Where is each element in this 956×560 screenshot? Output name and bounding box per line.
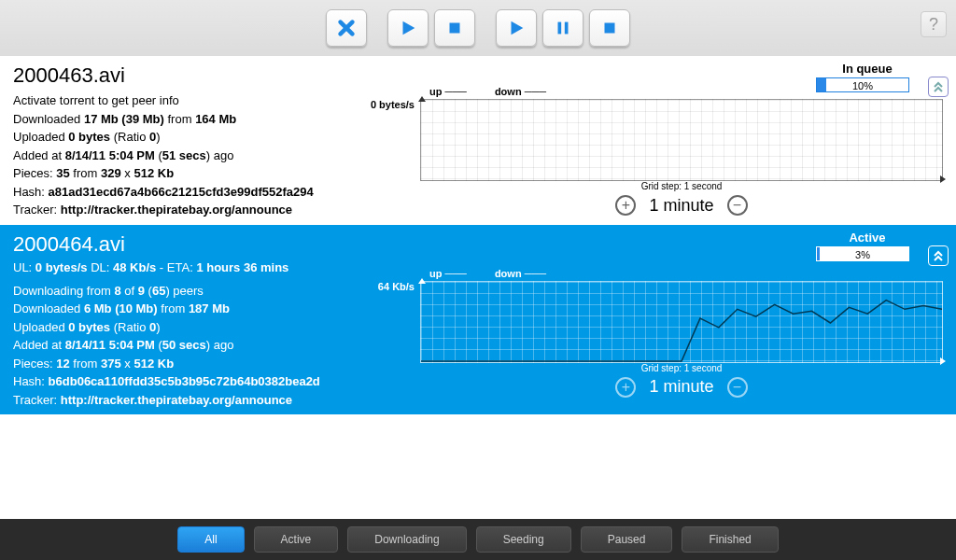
torrent-item[interactable]: 2000463.avi In queue 10% Activate torren… [0, 56, 956, 225]
graph-y-rate: 0 bytes/s [358, 99, 415, 110]
torrent-list: 2000463.avi In queue 10% Activate torren… [0, 56, 956, 519]
play-icon [506, 18, 527, 38]
svg-rect-0 [450, 23, 460, 34]
graph-y-rate: 64 Kb/s [358, 281, 415, 292]
filter-all[interactable]: All [177, 526, 244, 553]
zoom-in-button[interactable]: + [615, 195, 636, 216]
graph-grid-step: Grid step: 1 second [420, 363, 943, 373]
zoom-out-button[interactable]: − [727, 377, 748, 398]
pause-all-button[interactable] [542, 9, 583, 47]
stop-button[interactable] [434, 9, 475, 47]
svg-rect-3 [605, 23, 615, 34]
progress-bar: 10% [816, 77, 909, 92]
stop-all-button[interactable] [589, 9, 630, 47]
arrow-right-icon [940, 175, 946, 183]
graph-legend: up ─── down ─── [429, 268, 546, 279]
torrent-item[interactable]: 2000464.avi UL: 0 bytes/s DL: 48 Kb/s - … [0, 225, 956, 415]
status-block: Active 3% [816, 231, 919, 261]
rate-graph: 0 bytes/s up ─── down ─── Grid step: 1 s… [420, 99, 943, 216]
zoom-out-button[interactable]: − [727, 195, 748, 216]
svg-rect-2 [565, 22, 569, 35]
chevrons-up-icon [932, 249, 945, 262]
rate-chart [420, 99, 943, 181]
progress-pct: 3% [817, 247, 908, 262]
filter-active[interactable]: Active [254, 526, 339, 553]
play-button[interactable] [387, 9, 429, 47]
down-line [421, 282, 942, 362]
rate-graph: 64 Kb/s up ─── down ─── Grid step: 1 sec… [420, 281, 943, 398]
filter-paused[interactable]: Paused [581, 526, 673, 553]
stop-icon [444, 18, 465, 38]
status-label: In queue [816, 62, 919, 76]
help-button[interactable]: ? [921, 11, 947, 37]
graph-time-span: 1 minute [649, 196, 713, 216]
remove-button[interactable] [326, 9, 367, 47]
collapse-button[interactable] [928, 245, 949, 266]
graph-legend: up ─── down ─── [429, 86, 546, 97]
filter-finished[interactable]: Finished [682, 526, 778, 553]
pause-icon [553, 18, 573, 38]
graph-time-span: 1 minute [649, 377, 713, 397]
progress-bar: 3% [816, 246, 909, 261]
filter-bar: All Active Downloading Seeding Paused Fi… [0, 519, 956, 560]
play-icon [398, 18, 418, 38]
svg-rect-1 [558, 22, 562, 35]
filter-seeding[interactable]: Seeding [476, 526, 571, 553]
arrow-up-icon [418, 96, 426, 102]
graph-grid-step: Grid step: 1 second [420, 181, 943, 191]
stop-icon [599, 18, 620, 38]
status-block: In queue 10% [816, 62, 919, 92]
filter-downloading[interactable]: Downloading [347, 526, 466, 553]
status-label: Active [816, 231, 919, 245]
collapse-button[interactable] [928, 77, 949, 97]
rate-chart [420, 281, 943, 363]
toolbar: ? [0, 0, 956, 56]
progress-pct: 10% [817, 78, 908, 93]
chevrons-up-icon [932, 80, 945, 93]
play-all-button[interactable] [496, 9, 537, 47]
torrent-filename: 2000463.avi [13, 63, 943, 88]
x-icon [336, 18, 357, 38]
torrent-filename: 2000464.avi [13, 232, 943, 257]
zoom-in-button[interactable]: + [615, 377, 636, 398]
